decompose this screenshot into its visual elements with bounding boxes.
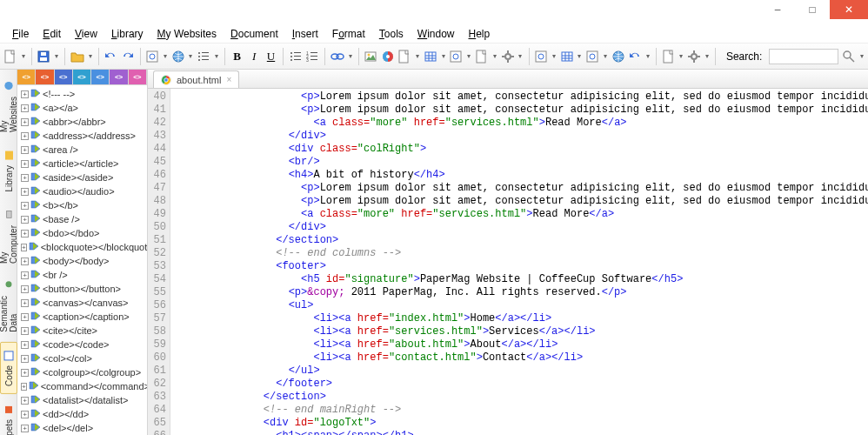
settings-button[interactable] <box>501 48 514 65</box>
preview-browser-button-dropdown[interactable]: ▾ <box>188 52 193 60</box>
tag-row[interactable]: +<canvas></canvas> <box>17 296 147 310</box>
expand-icon[interactable]: + <box>21 383 27 391</box>
expand-icon[interactable]: + <box>21 216 29 224</box>
menu-window[interactable]: Window <box>412 26 460 42</box>
indent-button-dropdown[interactable]: ▾ <box>214 52 219 60</box>
vtab-library[interactable]: Library <box>0 142 17 200</box>
image-button[interactable] <box>364 48 377 65</box>
expand-icon[interactable]: + <box>21 118 29 126</box>
vtab-my-websites[interactable]: My Websites <box>0 73 21 140</box>
expand-icon[interactable]: + <box>21 104 29 112</box>
editor-tab-about[interactable]: about.html × <box>153 70 239 88</box>
tag-row[interactable]: +<base /> <box>17 212 147 226</box>
tool1-button[interactable] <box>662 48 675 65</box>
expand-icon[interactable]: + <box>21 355 29 363</box>
preview-button-dropdown[interactable]: ▾ <box>163 52 168 60</box>
vtab-pets[interactable]: pets <box>0 396 17 435</box>
expand-icon[interactable]: + <box>21 425 29 432</box>
expand-icon[interactable]: + <box>21 160 29 168</box>
form-button-dropdown[interactable]: ▾ <box>466 52 471 60</box>
table-button[interactable] <box>424 48 437 65</box>
save-button[interactable] <box>37 48 50 65</box>
preview-browser-button[interactable] <box>171 48 184 65</box>
tag-category-6[interactable]: <> <box>129 70 147 84</box>
menu-help[interactable]: Help <box>464 26 496 42</box>
expand-icon[interactable]: + <box>21 299 29 307</box>
menu-format[interactable]: Format <box>327 26 371 42</box>
tool1-button-dropdown[interactable]: ▾ <box>678 52 684 60</box>
vtab-semantic-data[interactable]: Semantic Data <box>0 272 21 340</box>
preview-button[interactable] <box>145 48 158 65</box>
snippet-button[interactable] <box>475 48 488 65</box>
tool2-button-dropdown[interactable]: ▾ <box>704 52 710 60</box>
link-button-dropdown[interactable]: ▾ <box>348 52 353 60</box>
code-editor[interactable]: 40 41 42 43 44 45 46 47 48 49 50 51 52 5… <box>148 89 868 435</box>
tag-row[interactable]: +<code></code> <box>17 338 147 351</box>
tag-row[interactable]: +<bdo></bdo> <box>17 226 147 240</box>
tag-row[interactable]: +<caption></caption> <box>17 310 147 324</box>
expand-icon[interactable]: + <box>21 90 29 98</box>
color-button[interactable] <box>381 48 394 65</box>
tag-row[interactable]: +<b></b> <box>17 198 147 212</box>
underline-button[interactable]: U <box>264 48 277 65</box>
frame-button-dropdown[interactable]: ▾ <box>603 52 608 60</box>
tag-row[interactable]: +<br /> <box>17 268 147 282</box>
indent-button[interactable] <box>197 48 210 65</box>
tag-row[interactable]: +<article></article> <box>17 157 147 171</box>
expand-icon[interactable]: + <box>21 313 29 321</box>
sync-button-dropdown[interactable]: ▾ <box>645 52 651 60</box>
tag-row[interactable]: +<audio></audio> <box>17 184 147 198</box>
split-button[interactable] <box>560 48 573 65</box>
expand-icon[interactable]: + <box>21 174 29 182</box>
window-button[interactable] <box>534 48 547 65</box>
expand-icon[interactable]: + <box>21 285 29 293</box>
upload-button[interactable] <box>611 48 624 65</box>
new-doc-button[interactable] <box>3 48 17 65</box>
code-body[interactable]: <p>Lorem ipsum dolor sit amet, consectet… <box>170 89 868 435</box>
menu-library[interactable]: Library <box>106 26 149 42</box>
tag-row[interactable]: +<a></a> <box>17 101 147 115</box>
split-button-dropdown[interactable]: ▾ <box>577 52 582 60</box>
tag-row[interactable]: +<area /> <box>17 143 147 157</box>
sync-button[interactable] <box>629 48 642 65</box>
tag-row[interactable]: +<col></col> <box>17 351 147 365</box>
expand-icon[interactable]: + <box>21 132 29 140</box>
new-doc-button-dropdown[interactable]: ▾ <box>20 52 25 60</box>
tag-category-2[interactable]: <> <box>55 70 73 84</box>
tag-row[interactable]: +<dd></dd> <box>17 407 147 421</box>
tag-row[interactable]: +<aside></aside> <box>17 171 147 184</box>
search-go-button[interactable] <box>842 48 855 65</box>
insert-button[interactable] <box>397 48 411 65</box>
tag-category-4[interactable]: <> <box>91 70 110 84</box>
redo-button[interactable] <box>121 48 134 65</box>
window-minimize-button[interactable]: – <box>760 0 795 19</box>
italic-button[interactable]: I <box>247 48 260 65</box>
tag-row[interactable]: +<command></command> <box>17 379 147 393</box>
tag-category-5[interactable]: <> <box>110 70 128 84</box>
tag-list[interactable]: +<!--- -->+<a></a>+<abbr></abbr>+<addres… <box>17 85 147 435</box>
bold-button[interactable]: B <box>230 48 244 65</box>
bullet-list-button[interactable] <box>289 48 302 65</box>
frame-button[interactable] <box>585 48 598 65</box>
window-close-button[interactable]: ✕ <box>830 0 868 19</box>
tag-category-1[interactable]: <> <box>36 70 54 84</box>
expand-icon[interactable]: + <box>21 244 27 251</box>
open-button[interactable] <box>70 48 84 65</box>
tag-row[interactable]: +<del></del> <box>17 421 147 435</box>
tag-row[interactable]: +<address></address> <box>17 129 147 143</box>
tag-row[interactable]: +<!--- --> <box>17 87 147 101</box>
window-button-dropdown[interactable]: ▾ <box>551 52 557 60</box>
menu-document[interactable]: Document <box>225 26 284 42</box>
menu-insert[interactable]: Insert <box>287 26 324 42</box>
tag-row[interactable]: +<button></button> <box>17 282 147 296</box>
tag-row[interactable]: +<cite></cite> <box>17 324 147 338</box>
expand-icon[interactable]: + <box>21 271 29 279</box>
search-input[interactable] <box>769 49 838 64</box>
menu-my-websites[interactable]: My Websites <box>152 26 222 42</box>
expand-icon[interactable]: + <box>21 397 29 405</box>
expand-icon[interactable]: + <box>21 411 29 418</box>
tool2-button[interactable] <box>688 48 701 65</box>
save-button-dropdown[interactable]: ▾ <box>54 52 59 60</box>
expand-icon[interactable]: + <box>21 230 29 238</box>
menu-file[interactable]: File <box>7 26 34 42</box>
